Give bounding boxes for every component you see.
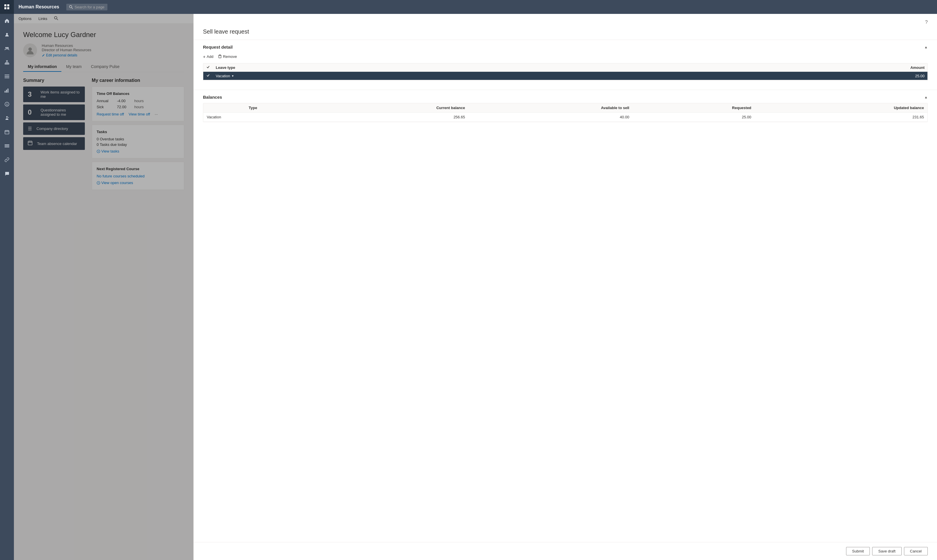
time-off-more-icon[interactable]: ··· — [155, 112, 158, 116]
svg-rect-7 — [6, 60, 8, 62]
sick-unit: hours — [134, 105, 144, 109]
balances-table-row: Vacation 256.65 40.00 25.00 231.65 — [203, 112, 928, 122]
nav-chat-icon[interactable] — [0, 167, 14, 181]
leave-type-dropdown-icon[interactable]: ▾ — [232, 74, 234, 78]
request-time-off-link[interactable]: Request time off — [97, 112, 124, 116]
svg-text:$: $ — [6, 103, 8, 106]
nav-chart-icon[interactable] — [0, 83, 14, 97]
help-icon[interactable]: ? — [925, 20, 928, 25]
nav-home-icon[interactable] — [0, 14, 14, 28]
main-area: Human Resources Search for a page Option… — [14, 0, 937, 560]
updated-balance-cell: 231.65 — [755, 112, 928, 122]
team-absence-card[interactable]: Team absence calendar — [23, 137, 85, 150]
career-title: My career information — [92, 78, 184, 83]
request-detail-toolbar: + Add Remove — [203, 53, 928, 60]
options-menu[interactable]: Options — [18, 17, 32, 21]
questionnaires-label: Questionnaires assigned to me — [40, 108, 80, 117]
nav-users-icon[interactable] — [0, 42, 14, 55]
content-area: Options Links Welcome Lucy Gardner — [14, 14, 937, 560]
svg-point-25 — [8, 117, 9, 118]
leave-type-value: Vacation — [216, 74, 230, 78]
nav-menu-icon[interactable] — [0, 139, 14, 153]
cancel-button[interactable]: Cancel — [904, 547, 928, 555]
amount-col-header: Amount — [612, 63, 928, 72]
view-tasks-link[interactable]: View tasks — [97, 149, 179, 153]
team-absence-icon — [28, 141, 32, 146]
hr-content: Welcome Lucy Gardner Human Resources Dir… — [14, 24, 193, 200]
nav-team-icon[interactable] — [0, 111, 14, 125]
svg-rect-20 — [6, 90, 7, 92]
svg-point-24 — [6, 116, 8, 118]
svg-rect-3 — [7, 7, 9, 9]
time-off-actions: Request time off View time off ··· — [97, 112, 179, 116]
request-detail-header: Request detail ▲ — [203, 45, 928, 49]
user-info: Human Resources Director of Human Resour… — [23, 43, 184, 57]
nav-link-icon[interactable] — [0, 153, 14, 167]
save-draft-button[interactable]: Save draft — [872, 547, 902, 555]
tab-company-pulse[interactable]: Company Pulse — [86, 62, 124, 72]
tab-my-information[interactable]: My information — [23, 62, 62, 72]
work-items-label: Work items assigned to me — [40, 90, 80, 99]
view-open-courses-link[interactable]: View open courses — [97, 181, 179, 185]
company-directory-card[interactable]: ☰ Company directory — [23, 122, 85, 135]
svg-rect-17 — [5, 76, 9, 77]
balances-collapse-icon[interactable]: ▲ — [924, 95, 928, 99]
tab-my-team[interactable]: My team — [62, 62, 86, 72]
work-items-count: 3 — [28, 90, 37, 98]
top-bar: Human Resources Search for a page — [14, 0, 937, 14]
request-detail-section: Request detail ▲ + Add Remove — [194, 40, 937, 85]
svg-rect-30 — [5, 145, 9, 145]
app-grid-icon[interactable] — [0, 0, 14, 14]
work-items-card[interactable]: 3 Work items assigned to me — [23, 86, 85, 102]
nav-dollar-icon[interactable]: $ — [0, 97, 14, 111]
nav-org-icon[interactable] — [0, 55, 14, 69]
table-row[interactable]: Vacation ▾ 25.00 — [203, 72, 928, 80]
add-button[interactable]: + Add — [203, 53, 213, 60]
panel-footer: Submit Save draft Cancel — [194, 542, 937, 560]
balances-header: Balances ▲ — [203, 95, 928, 100]
svg-rect-18 — [5, 78, 9, 78]
edit-personal-details-link[interactable]: Edit personal details — [42, 53, 91, 57]
requested-col-header: Requested — [633, 103, 755, 112]
available-sell-cell: 40.00 — [468, 112, 633, 122]
svg-rect-38 — [28, 141, 32, 145]
annual-balance-row: Annual -4.00 hours — [97, 99, 179, 103]
remove-button[interactable]: Remove — [218, 53, 237, 60]
sick-balance-row: Sick 72.00 hours — [97, 105, 179, 109]
svg-point-37 — [28, 48, 32, 51]
search-box[interactable]: Search for a page — [66, 4, 108, 11]
svg-rect-32 — [5, 147, 9, 147]
tasks-title: Tasks — [97, 130, 179, 134]
amount-cell: 25.00 — [612, 72, 928, 80]
overdue-tasks: 0 Overdue tasks — [97, 137, 179, 141]
hr-page-wrapper: Options Links Welcome Lucy Gardner — [14, 14, 193, 560]
sick-value: 72.00 — [117, 105, 134, 109]
request-detail-collapse-icon[interactable]: ▲ — [924, 45, 928, 49]
links-menu[interactable]: Links — [39, 17, 47, 21]
user-company: Human Resources — [42, 43, 91, 48]
svg-rect-44 — [219, 55, 221, 58]
request-detail-table: Leave type Amount — [203, 63, 928, 80]
panel-spacer — [194, 127, 937, 542]
updated-balance-col-header: Updated balance — [755, 103, 928, 112]
welcome-title: Welcome Lucy Gardner — [23, 31, 184, 39]
nav-list-icon[interactable] — [0, 69, 14, 83]
tabs: My information My team Company Pulse — [23, 62, 184, 72]
nav-person-icon[interactable] — [0, 28, 14, 42]
time-off-title: Time Off Balances — [97, 91, 179, 96]
balances-title: Balances — [203, 95, 222, 100]
type-col-header: Type — [203, 103, 303, 112]
leave-type-cell[interactable]: Vacation ▾ — [213, 72, 612, 80]
user-avatar — [23, 43, 37, 57]
user-details: Human Resources Director of Human Resour… — [42, 43, 91, 57]
nav-calendar-icon[interactable] — [0, 125, 14, 139]
submit-button[interactable]: Submit — [846, 547, 870, 555]
toolbar-search-icon[interactable] — [54, 16, 58, 21]
questionnaires-card[interactable]: 0 Questionnaires assigned to me — [23, 105, 85, 120]
left-navigation: $ — [0, 0, 14, 560]
search-placeholder: Search for a page — [75, 5, 105, 9]
course-card: Next Registered Course No future courses… — [92, 162, 184, 190]
annual-unit: hours — [134, 99, 144, 103]
svg-rect-31 — [5, 146, 9, 146]
view-time-off-link[interactable]: View time off — [129, 112, 150, 116]
